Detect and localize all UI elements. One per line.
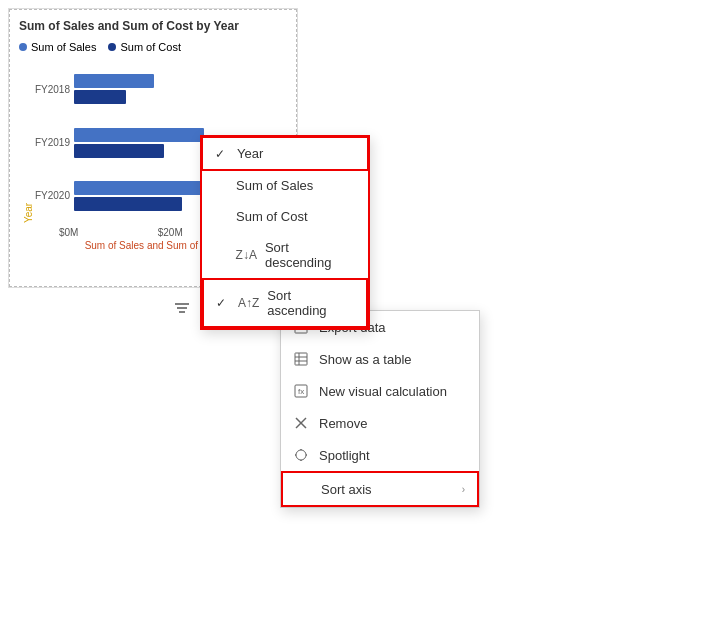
- menu-label-sort-axis: Sort axis: [321, 482, 452, 497]
- legend-label-sales: Sum of Sales: [31, 41, 96, 53]
- table-icon: [293, 351, 309, 367]
- context-menu: Export data Show as a table fx New visua…: [280, 310, 480, 508]
- check-year: ✓: [215, 147, 229, 161]
- submenu-label-sort-asc: Sort ascending: [267, 288, 354, 318]
- sort-asc-icon: A↑Z: [238, 296, 259, 310]
- bar-row-fy2018: FY2018: [34, 74, 287, 104]
- svg-rect-7: [295, 353, 307, 365]
- chart-legend: Sum of Sales Sum of Cost: [19, 41, 287, 53]
- menu-label-remove: Remove: [319, 416, 467, 431]
- menu-label-calc: New visual calculation: [319, 384, 467, 399]
- submenu-item-sum-sales[interactable]: ✓ Sum of Sales: [202, 170, 368, 201]
- menu-label-table: Show as a table: [319, 352, 467, 367]
- legend-item-cost: Sum of Cost: [108, 41, 181, 53]
- bar-label-fy2018: FY2018: [34, 84, 70, 95]
- sort-axis-icon: [295, 481, 311, 497]
- bar-cost-fy2018: [74, 90, 126, 104]
- menu-item-table[interactable]: Show as a table: [281, 343, 479, 375]
- menu-item-calc[interactable]: fx New visual calculation: [281, 375, 479, 407]
- menu-item-remove[interactable]: Remove: [281, 407, 479, 439]
- bar-sales-fy2018: [74, 74, 154, 88]
- legend-label-cost: Sum of Cost: [120, 41, 181, 53]
- remove-icon: [293, 415, 309, 431]
- spotlight-icon: [293, 447, 309, 463]
- svg-point-15: [296, 450, 306, 460]
- y-axis-label: Year: [19, 63, 34, 223]
- filter-icon[interactable]: [170, 296, 194, 320]
- bar-sales-fy2019: [74, 128, 204, 142]
- submenu-item-sort-asc[interactable]: ✓ A↑Z Sort ascending: [202, 278, 368, 328]
- x-axis-label-1: $20M: [158, 227, 183, 238]
- submenu: ✓ Year ✓ Sum of Sales ✓ Sum of Cost ✓ Z↓…: [200, 135, 370, 330]
- bar-cost-fy2019: [74, 144, 164, 158]
- chart-title: Sum of Sales and Sum of Cost by Year: [19, 19, 287, 35]
- bar-cost-fy2020: [74, 197, 182, 211]
- x-axis-label-0: $0M: [59, 227, 78, 238]
- submenu-item-year[interactable]: ✓ Year: [201, 136, 369, 171]
- legend-dot-sales: [19, 43, 27, 51]
- submenu-item-sum-cost[interactable]: ✓ Sum of Cost: [202, 201, 368, 232]
- bar-group-fy2018: [74, 74, 287, 104]
- legend-item-sales: Sum of Sales: [19, 41, 96, 53]
- submenu-label-sort-desc: Sort descending: [265, 240, 356, 270]
- submenu-label-sum-cost: Sum of Cost: [236, 209, 308, 224]
- sort-axis-arrow: ›: [462, 484, 465, 495]
- menu-item-sort-axis[interactable]: Sort axis ›: [281, 471, 479, 507]
- svg-text:fx: fx: [298, 387, 304, 396]
- bar-label-fy2020: FY2020: [34, 190, 70, 201]
- menu-label-spotlight: Spotlight: [319, 448, 467, 463]
- sort-desc-icon: Z↓A: [236, 248, 257, 262]
- menu-item-spotlight[interactable]: Spotlight: [281, 439, 479, 471]
- submenu-label-year: Year: [237, 146, 263, 161]
- legend-dot-cost: [108, 43, 116, 51]
- submenu-label-sum-sales: Sum of Sales: [236, 178, 313, 193]
- submenu-item-sort-desc[interactable]: ✓ Z↓A Sort descending: [202, 232, 368, 278]
- check-sort-asc: ✓: [216, 296, 230, 310]
- bar-label-fy2019: FY2019: [34, 137, 70, 148]
- calc-icon: fx: [293, 383, 309, 399]
